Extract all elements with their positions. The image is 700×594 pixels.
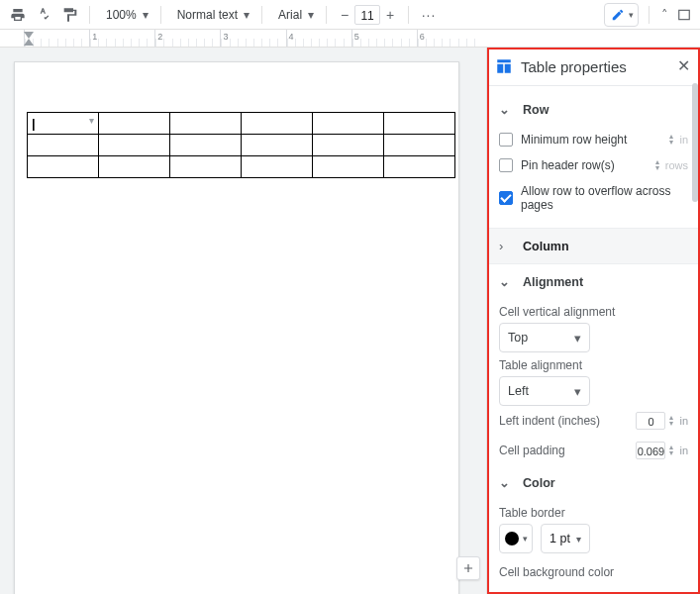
pin-header-option: Pin header row(s) ▴▾rows xyxy=(499,152,688,178)
section-alignment-header[interactable]: ⌄Alignment xyxy=(499,264,688,299)
cell-padding-stepper[interactable]: 0.069▴▾in xyxy=(636,442,688,459)
panel-title: Table properties xyxy=(521,58,677,75)
left-indent-marker[interactable] xyxy=(24,39,34,46)
table-alignment-select[interactable]: Left▾ xyxy=(499,376,590,406)
allow-overflow-option: Allow row to overflow across pages xyxy=(499,178,688,218)
chevron-right-icon: › xyxy=(499,239,513,253)
font-size-increase[interactable]: + xyxy=(380,7,400,23)
paragraph-style-dropdown[interactable]: Normal text▾ xyxy=(169,3,253,27)
border-color-select[interactable]: ▾ xyxy=(499,524,533,553)
chevron-down-icon: ⌄ xyxy=(499,102,513,117)
app-root: 100%▾ Normal text▾ Arial▾ − 11 + ··· ▾ ˄… xyxy=(0,0,700,594)
print-icon[interactable] xyxy=(6,3,30,27)
option-label: Allow row to overflow across pages xyxy=(521,184,688,212)
close-icon[interactable]: ✕ xyxy=(677,58,690,74)
chevron-down-icon: ⌄ xyxy=(499,274,513,289)
toolbar: 100%▾ Normal text▾ Arial▾ − 11 + ··· ▾ ˄ xyxy=(0,0,700,30)
paint-format-icon[interactable] xyxy=(57,3,81,27)
cell-vertical-alignment-select[interactable]: Top▾ xyxy=(499,323,590,352)
option-label: Pin header row(s) xyxy=(521,158,615,172)
table-alignment-label: Table alignment xyxy=(499,358,688,372)
pin-header-checkbox[interactable] xyxy=(499,158,513,172)
section-column-header[interactable]: ›Column xyxy=(487,228,700,264)
first-line-indent-marker[interactable] xyxy=(24,32,34,39)
page-container: |▾ xyxy=(0,48,486,594)
section-row-header[interactable]: ⌄Row xyxy=(499,92,688,127)
panel-header: Table properties ✕ xyxy=(487,48,700,86)
font-size-stepper[interactable]: − 11 + xyxy=(335,3,400,27)
table-icon xyxy=(495,57,513,75)
cell-dropdown-icon[interactable]: ▾ xyxy=(86,115,96,125)
horizontal-ruler[interactable]: 1 2 3 4 5 6 xyxy=(0,30,700,48)
min-row-height-stepper: ▴▾in xyxy=(669,134,688,146)
section-color-header[interactable]: ⌄Color xyxy=(499,465,688,500)
cell-padding-label: Cell padding xyxy=(499,444,565,457)
zoom-dropdown[interactable]: 100%▾ xyxy=(98,3,152,27)
font-dropdown[interactable]: Arial▾ xyxy=(270,3,318,27)
pin-header-stepper: ▴▾rows xyxy=(655,159,688,171)
option-label: Minimum row height xyxy=(521,133,627,147)
hide-menus-icon[interactable]: ˄ xyxy=(659,7,670,22)
chevron-down-icon: ▾ xyxy=(629,10,634,20)
table-border-label: Table border xyxy=(499,506,688,520)
font-size-decrease[interactable]: − xyxy=(335,7,354,23)
content-area: |▾ Table properties ✕ ⌄Row xyxy=(0,48,700,594)
left-indent-stepper[interactable]: 0▴▾in xyxy=(636,412,688,430)
document-table[interactable]: |▾ xyxy=(27,112,455,178)
toolbar-overflow[interactable]: ··· xyxy=(417,3,441,27)
cell-bg-color-label: Cell background color xyxy=(499,565,688,579)
chevron-down-icon: ⌄ xyxy=(499,475,513,490)
font-size-input[interactable]: 11 xyxy=(354,5,380,25)
table-properties-panel: Table properties ✕ ⌄Row Minimum row heig… xyxy=(486,48,700,594)
border-width-select[interactable]: 1 pt▾ xyxy=(541,524,590,553)
svg-rect-0 xyxy=(679,10,690,19)
table-row: |▾ xyxy=(28,113,455,135)
min-row-height-option: Minimum row height ▴▾in xyxy=(499,127,688,152)
allow-overflow-checkbox[interactable] xyxy=(499,191,513,205)
editing-mode-button[interactable]: ▾ xyxy=(604,3,639,27)
cell-vertical-alignment-label: Cell vertical alignment xyxy=(499,305,688,319)
explore-button[interactable] xyxy=(456,556,480,580)
table-row xyxy=(28,135,455,156)
panel-scrollbar[interactable] xyxy=(692,83,698,202)
left-indent-label: Left indent (inches) xyxy=(499,414,600,428)
table-row xyxy=(28,156,455,178)
document-page[interactable]: |▾ xyxy=(14,61,459,594)
min-row-height-checkbox[interactable] xyxy=(499,133,513,147)
sidebar-toggle-icon[interactable] xyxy=(674,5,694,25)
text-cursor: | xyxy=(32,116,36,131)
spellcheck-icon[interactable] xyxy=(32,3,55,27)
